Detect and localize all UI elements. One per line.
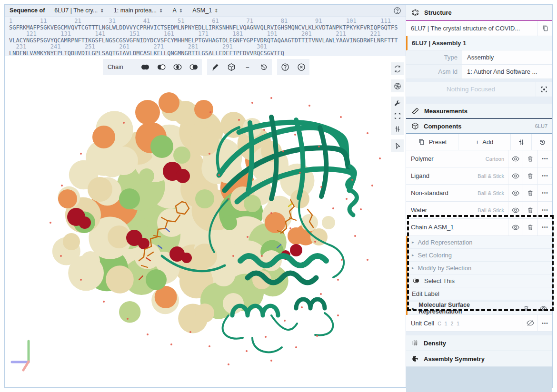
- eye-icon: [539, 304, 547, 313]
- entity-select[interactable]: 6LU7 | The cry... ⇕: [54, 7, 104, 14]
- components-badge: 6LU7: [535, 123, 547, 129]
- molecular-surface-representation-row[interactable]: ▸ Molecular Surface Representation: [408, 302, 552, 315]
- remove-button[interactable]: [523, 167, 537, 184]
- visibility-toggle[interactable]: [508, 219, 523, 235]
- select-this-item[interactable]: Select This: [408, 274, 552, 287]
- dots-icon: •••: [542, 156, 548, 161]
- more-options-button[interactable]: •••: [537, 167, 552, 184]
- sequence-residues-row[interactable]: LNDFNLVAMKYNYEPLTQDHVDILGPLSAQTGIAVLDMCA…: [9, 50, 407, 57]
- assembly-symmetry-section-header[interactable]: Assembly Symmetry: [406, 351, 552, 367]
- viewport-3d[interactable]: Chain −: [5, 56, 407, 387]
- viewport-settings-button[interactable]: [391, 122, 404, 135]
- turn-off-selection-button[interactable]: [293, 59, 309, 75]
- sequence-residues-row[interactable]: VLACYNGSPSGVYQCAMRPNFTIKGSFLNGSCGSVGFNID…: [9, 38, 407, 44]
- more-options-button[interactable]: •••: [537, 150, 552, 167]
- venn-right-icon: [188, 61, 199, 73]
- trash-icon: [527, 206, 534, 214]
- select-only-button[interactable]: [153, 59, 169, 75]
- selection-help-button[interactable]: [277, 59, 293, 75]
- set-coloring-item[interactable]: ▸ Set Coloring: [408, 249, 552, 262]
- venn-right-icon: [412, 276, 420, 285]
- sequence-numbers-row: 121 131 141 151 161 171 181 191 201 211 …: [9, 31, 407, 38]
- components-section-header[interactable]: Components 6LU7: [406, 119, 552, 134]
- component-polymer[interactable]: Polymer Cartoon: [406, 150, 508, 167]
- select-all-button[interactable]: [137, 59, 153, 75]
- cube-icon: [411, 122, 419, 130]
- add-component-button[interactable]: + Add: [458, 134, 510, 150]
- chain-select[interactable]: A ⇕: [172, 7, 183, 14]
- component-options-button[interactable]: [510, 134, 531, 150]
- focus-placeholder: Nothing Focused: [406, 86, 536, 93]
- component-non-standard[interactable]: Non-standard Ball & Stick: [406, 185, 508, 201]
- more-options-button[interactable]: •••: [537, 219, 552, 235]
- structure-section-header[interactable]: Structure: [406, 5, 552, 21]
- asm-id-value[interactable]: 1: Author And Software ...: [462, 68, 552, 75]
- more-options-button[interactable]: •••: [537, 202, 552, 218]
- remove-representation-button[interactable]: [520, 302, 533, 314]
- component-chain-a[interactable]: Chain A ASM_1: [406, 219, 508, 235]
- screenshot-button[interactable]: [391, 79, 404, 92]
- remove-button[interactable]: [523, 202, 537, 218]
- component-row-polymer: Polymer Cartoon •••: [406, 150, 552, 167]
- more-options-button[interactable]: •••: [537, 315, 552, 331]
- focus-target-button[interactable]: [536, 82, 552, 97]
- remove-button[interactable]: [523, 219, 537, 235]
- copy-icon: [418, 138, 426, 146]
- create-component-button[interactable]: [223, 59, 239, 75]
- dots-icon: •••: [542, 190, 548, 196]
- remove-button[interactable]: [523, 185, 537, 201]
- venn-intersect-icon: [172, 61, 183, 73]
- component-representation: Ball & Stick: [477, 207, 504, 213]
- remove-selection-button[interactable]: −: [239, 59, 256, 75]
- expand-viewport-button[interactable]: [391, 109, 404, 122]
- component-representation: Ball & Stick: [477, 173, 504, 179]
- reset-camera-button[interactable]: [391, 62, 404, 75]
- assembly-row[interactable]: 6LU7 | Assembly 1: [406, 36, 552, 50]
- minus-icon: −: [246, 64, 249, 71]
- remove-button[interactable]: [523, 150, 537, 167]
- undo-selection-button[interactable]: [256, 59, 272, 75]
- sequence-header: Sequence of 6LU7 | The cry... ⇕ 1: main …: [5, 5, 407, 17]
- type-value[interactable]: Assembly: [462, 54, 552, 61]
- representation-visibility-toggle[interactable]: [537, 302, 550, 314]
- component-ligand[interactable]: Ligand Ball & Stick: [406, 167, 508, 184]
- unit-cell[interactable]: Unit Cell C 1 2 1: [406, 320, 523, 327]
- visibility-toggle[interactable]: [508, 150, 523, 167]
- cube-icon: [227, 62, 236, 72]
- chain-a-action-menu: ▸ Add Representation ▸ Set Coloring ▸ Mo…: [406, 236, 552, 315]
- visibility-toggle[interactable]: [508, 185, 523, 201]
- granularity-picker[interactable]: Chain: [103, 59, 137, 75]
- density-section-header[interactable]: Density: [406, 335, 552, 351]
- component-water[interactable]: Water Ball & Stick: [406, 202, 508, 218]
- visibility-toggle-off[interactable]: [523, 315, 537, 331]
- structure-source-label[interactable]: 6LU7 | The crystal structure of COVID...: [411, 25, 537, 32]
- edit-label-item[interactable]: Edit Label: [408, 287, 552, 300]
- modify-by-selection-item[interactable]: ▸ Modify by Selection: [408, 262, 552, 274]
- visibility-toggle[interactable]: [508, 202, 523, 218]
- eye-icon: [511, 155, 520, 163]
- brush-icon: [210, 62, 220, 72]
- add-representation-item[interactable]: ▸ Add Representation: [408, 236, 552, 249]
- tune-icon: [393, 125, 402, 133]
- asm-id-label: Asm Id: [406, 65, 462, 78]
- more-options-button[interactable]: •••: [537, 185, 552, 201]
- toggle-controls-button[interactable]: [391, 97, 404, 109]
- sequence-residues-row[interactable]: SGFRKMAFPSGKVEGCMVQVTCGTTTLNGLWLDDVVYCPR…: [9, 25, 407, 31]
- select-subtract-button[interactable]: [186, 59, 202, 75]
- selection-mode-button[interactable]: [391, 139, 404, 152]
- sequence-view[interactable]: 1 11 21 31 41 51 61 71 81 91 101 111 SGF…: [5, 17, 407, 58]
- preset-button[interactable]: Preset: [406, 134, 458, 150]
- sequence-panel: Sequence of 6LU7 | The cry... ⇕ 1: main …: [5, 5, 407, 56]
- molecule-3d-view[interactable]: [5, 56, 407, 387]
- visibility-toggle[interactable]: [508, 167, 523, 184]
- sequence-help-button[interactable]: [392, 5, 402, 16]
- apply-theme-button[interactable]: [207, 59, 223, 75]
- select-intersect-button[interactable]: [169, 59, 186, 75]
- molecule-icon: [411, 8, 420, 17]
- structure-bookmark-button[interactable]: [537, 21, 552, 36]
- component-history-button[interactable]: [531, 134, 552, 150]
- chain-description-select[interactable]: 1: main protea... ⇕: [114, 7, 163, 14]
- measurements-section-header[interactable]: Measurements: [406, 104, 552, 119]
- history-icon: [538, 138, 547, 147]
- operator-select[interactable]: ASM_1 ⇕: [192, 7, 218, 14]
